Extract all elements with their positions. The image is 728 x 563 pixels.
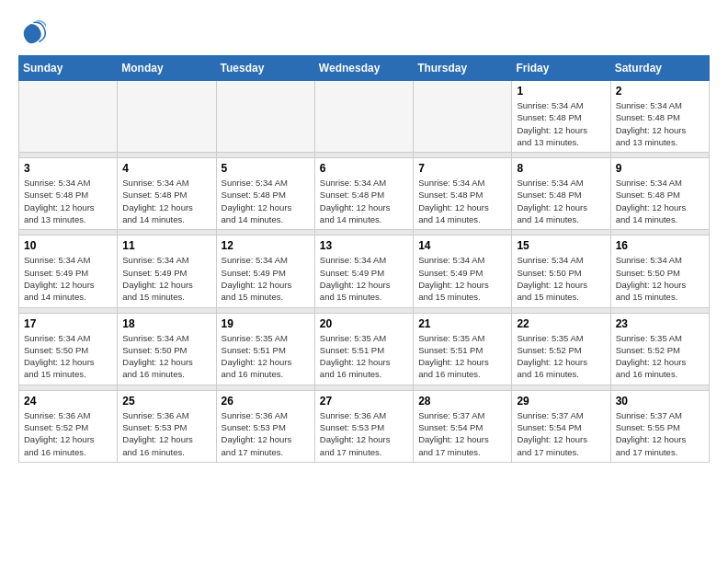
weekday-header: Thursday: [414, 56, 512, 81]
day-info: Sunrise: 5:34 AM Sunset: 5:49 PM Dayligh…: [320, 254, 408, 303]
day-number: 12: [222, 239, 310, 252]
day-number: 10: [24, 239, 112, 252]
week-row: 17Sunrise: 5:34 AM Sunset: 5:50 PM Dayli…: [19, 313, 710, 385]
week-row: 1Sunrise: 5:34 AM Sunset: 5:48 PM Daylig…: [19, 81, 710, 153]
page-header: [18, 18, 710, 46]
day-info: Sunrise: 5:35 AM Sunset: 5:51 PM Dayligh…: [418, 332, 506, 381]
day-info: Sunrise: 5:35 AM Sunset: 5:51 PM Dayligh…: [320, 332, 408, 381]
logo: [18, 18, 50, 46]
day-number: 9: [616, 162, 704, 175]
day-info: Sunrise: 5:35 AM Sunset: 5:52 PM Dayligh…: [517, 332, 605, 381]
day-info: Sunrise: 5:36 AM Sunset: 5:53 PM Dayligh…: [122, 409, 210, 458]
day-number: 8: [517, 162, 605, 175]
day-number: 21: [418, 317, 506, 330]
day-cell: 19Sunrise: 5:35 AM Sunset: 5:51 PM Dayli…: [216, 313, 314, 385]
day-number: 15: [517, 239, 605, 252]
day-info: Sunrise: 5:36 AM Sunset: 5:53 PM Dayligh…: [320, 409, 408, 458]
day-number: 13: [320, 239, 408, 252]
day-cell: [19, 81, 118, 153]
weekday-header: Tuesday: [216, 56, 314, 81]
day-number: 17: [24, 317, 112, 330]
day-info: Sunrise: 5:37 AM Sunset: 5:55 PM Dayligh…: [616, 409, 704, 458]
day-info: Sunrise: 5:34 AM Sunset: 5:48 PM Dayligh…: [517, 177, 605, 225]
day-number: 24: [24, 395, 112, 408]
day-info: Sunrise: 5:34 AM Sunset: 5:48 PM Dayligh…: [418, 177, 506, 225]
day-cell: 4Sunrise: 5:34 AM Sunset: 5:48 PM Daylig…: [118, 158, 216, 230]
day-cell: 9Sunrise: 5:34 AM Sunset: 5:48 PM Daylig…: [610, 158, 709, 230]
day-number: 25: [122, 395, 210, 408]
day-number: 6: [320, 162, 408, 175]
day-number: 18: [122, 317, 210, 330]
day-number: 30: [616, 395, 704, 408]
day-number: 26: [222, 395, 310, 408]
weekday-header: Sunday: [19, 56, 118, 81]
day-number: 14: [418, 239, 506, 252]
calendar-header: SundayMondayTuesdayWednesdayThursdayFrid…: [19, 56, 710, 81]
day-cell: [216, 81, 314, 153]
day-info: Sunrise: 5:34 AM Sunset: 5:50 PM Dayligh…: [24, 332, 112, 381]
day-number: 29: [517, 395, 605, 408]
day-cell: 6Sunrise: 5:34 AM Sunset: 5:48 PM Daylig…: [314, 158, 413, 230]
day-cell: 30Sunrise: 5:37 AM Sunset: 5:55 PM Dayli…: [610, 390, 709, 462]
day-info: Sunrise: 5:36 AM Sunset: 5:53 PM Dayligh…: [222, 409, 310, 458]
weekday-header: Wednesday: [314, 56, 413, 81]
day-info: Sunrise: 5:34 AM Sunset: 5:49 PM Dayligh…: [24, 254, 112, 303]
day-number: 20: [320, 317, 408, 330]
day-info: Sunrise: 5:35 AM Sunset: 5:52 PM Dayligh…: [616, 332, 704, 381]
day-info: Sunrise: 5:34 AM Sunset: 5:48 PM Dayligh…: [616, 177, 704, 225]
day-cell: 10Sunrise: 5:34 AM Sunset: 5:49 PM Dayli…: [19, 236, 118, 307]
logo-icon: [18, 18, 46, 46]
day-info: Sunrise: 5:34 AM Sunset: 5:48 PM Dayligh…: [24, 177, 112, 225]
day-cell: 27Sunrise: 5:36 AM Sunset: 5:53 PM Dayli…: [314, 390, 413, 462]
week-row: 10Sunrise: 5:34 AM Sunset: 5:49 PM Dayli…: [19, 236, 710, 307]
day-cell: 1Sunrise: 5:34 AM Sunset: 5:48 PM Daylig…: [512, 81, 610, 153]
week-row: 3Sunrise: 5:34 AM Sunset: 5:48 PM Daylig…: [19, 158, 710, 230]
day-cell: [118, 81, 216, 153]
day-cell: 13Sunrise: 5:34 AM Sunset: 5:49 PM Dayli…: [314, 236, 413, 307]
day-info: Sunrise: 5:34 AM Sunset: 5:50 PM Dayligh…: [517, 254, 605, 303]
day-number: 23: [616, 317, 704, 330]
day-cell: [414, 81, 512, 153]
day-number: 4: [122, 162, 210, 175]
day-info: Sunrise: 5:34 AM Sunset: 5:49 PM Dayligh…: [418, 254, 506, 303]
day-cell: 8Sunrise: 5:34 AM Sunset: 5:48 PM Daylig…: [512, 158, 610, 230]
day-info: Sunrise: 5:37 AM Sunset: 5:54 PM Dayligh…: [418, 409, 506, 458]
day-cell: 16Sunrise: 5:34 AM Sunset: 5:50 PM Dayli…: [610, 236, 709, 307]
day-cell: 2Sunrise: 5:34 AM Sunset: 5:48 PM Daylig…: [610, 81, 709, 153]
day-cell: 12Sunrise: 5:34 AM Sunset: 5:49 PM Dayli…: [216, 236, 314, 307]
day-number: 16: [616, 239, 704, 252]
day-number: 7: [418, 162, 506, 175]
day-cell: 24Sunrise: 5:36 AM Sunset: 5:52 PM Dayli…: [19, 390, 118, 462]
day-number: 27: [320, 395, 408, 408]
day-cell: [314, 81, 413, 153]
day-info: Sunrise: 5:37 AM Sunset: 5:54 PM Dayligh…: [517, 409, 605, 458]
day-info: Sunrise: 5:34 AM Sunset: 5:49 PM Dayligh…: [222, 254, 310, 303]
day-number: 28: [418, 395, 506, 408]
day-cell: 23Sunrise: 5:35 AM Sunset: 5:52 PM Dayli…: [610, 313, 709, 385]
day-cell: 20Sunrise: 5:35 AM Sunset: 5:51 PM Dayli…: [314, 313, 413, 385]
day-info: Sunrise: 5:34 AM Sunset: 5:48 PM Dayligh…: [517, 99, 605, 148]
day-cell: 3Sunrise: 5:34 AM Sunset: 5:48 PM Daylig…: [19, 158, 118, 230]
day-cell: 28Sunrise: 5:37 AM Sunset: 5:54 PM Dayli…: [414, 390, 512, 462]
calendar: SundayMondayTuesdayWednesdayThursdayFrid…: [18, 55, 710, 463]
day-number: 11: [122, 239, 210, 252]
day-cell: 11Sunrise: 5:34 AM Sunset: 5:49 PM Dayli…: [118, 236, 216, 307]
day-number: 22: [517, 317, 605, 330]
day-number: 5: [222, 162, 310, 175]
weekday-header: Friday: [512, 56, 610, 81]
day-info: Sunrise: 5:34 AM Sunset: 5:48 PM Dayligh…: [122, 177, 210, 225]
day-cell: 17Sunrise: 5:34 AM Sunset: 5:50 PM Dayli…: [19, 313, 118, 385]
day-cell: 14Sunrise: 5:34 AM Sunset: 5:49 PM Dayli…: [414, 236, 512, 307]
day-number: 19: [222, 317, 310, 330]
day-cell: 5Sunrise: 5:34 AM Sunset: 5:48 PM Daylig…: [216, 158, 314, 230]
day-info: Sunrise: 5:34 AM Sunset: 5:50 PM Dayligh…: [616, 254, 704, 303]
day-cell: 15Sunrise: 5:34 AM Sunset: 5:50 PM Dayli…: [512, 236, 610, 307]
day-info: Sunrise: 5:36 AM Sunset: 5:52 PM Dayligh…: [24, 409, 112, 458]
day-info: Sunrise: 5:34 AM Sunset: 5:50 PM Dayligh…: [122, 332, 210, 381]
day-cell: 21Sunrise: 5:35 AM Sunset: 5:51 PM Dayli…: [414, 313, 512, 385]
day-cell: 18Sunrise: 5:34 AM Sunset: 5:50 PM Dayli…: [118, 313, 216, 385]
day-cell: 29Sunrise: 5:37 AM Sunset: 5:54 PM Dayli…: [512, 390, 610, 462]
day-info: Sunrise: 5:34 AM Sunset: 5:49 PM Dayligh…: [122, 254, 210, 303]
weekday-header: Monday: [118, 56, 216, 81]
day-cell: 25Sunrise: 5:36 AM Sunset: 5:53 PM Dayli…: [118, 390, 216, 462]
